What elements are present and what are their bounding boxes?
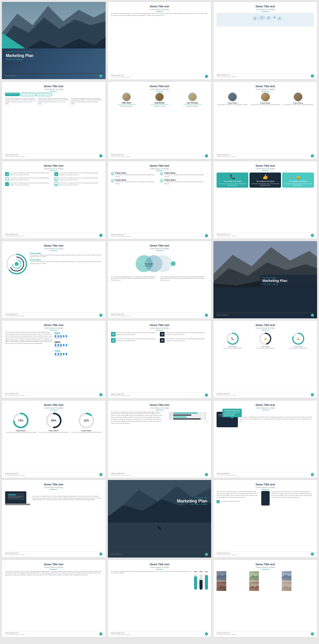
person-icon: 👤 <box>54 344 57 346</box>
footer-url: WWW.SITEMAX.PRO Free PowerPoint & Keynot… <box>111 234 131 237</box>
stat-value-2: 18% <box>54 340 61 344</box>
footer-url: WWW.SITEMAX.PRO Free PowerPoint & Keynot… <box>5 154 25 157</box>
numbered-list: 76 Lorem ipsum is simply dummy text of t… <box>111 332 208 343</box>
bar-fill-3 <box>173 416 187 418</box>
slide-number: 23 <box>205 632 208 635</box>
slide-subtitle: Lorem Ipsum is simply <box>111 88 208 92</box>
slide-10: Demo Title text Lorem Ipsum is simply ✎ … <box>2 241 106 319</box>
axis-200: 200 <box>206 421 208 423</box>
tagline-text: Free PowerPoint & Keynote Templates <box>111 236 131 237</box>
stats-col: 50% 👤 👤 👤 👤 👤 Project Name 18% <box>54 331 102 357</box>
slide-subtitle: Lorem Ipsum is simply <box>217 486 314 490</box>
svg-rect-57 <box>8 494 16 496</box>
photo-svg-3 <box>282 571 291 581</box>
slide-title: Demo Title text <box>5 164 102 167</box>
tagline-text: Free PowerPoint & Keynote Templates <box>111 156 131 157</box>
feature-text: Lorem ipsum simply dummy text <box>220 501 240 502</box>
slide-footer: WWW.SITEMAX.PRO Free PowerPoint & Keynot… <box>111 153 208 157</box>
icon-item-1: ⚙ Lorem ipsum is simply dummy text of th… <box>5 172 53 176</box>
slide-number: 9 <box>311 234 314 237</box>
tab-2[interactable]: The subtitle of the block <box>21 93 36 96</box>
slide-title: Demo Title text <box>217 563 314 566</box>
bar-fill-1 <box>173 413 198 414</box>
h-bar-4: Label 90 <box>165 418 208 420</box>
slide-subtitle: Lorem Ipsum is simply <box>111 327 208 330</box>
slide-9: Demo Title text Lorem Ipsum is simply 📞 … <box>213 161 317 239</box>
radial-content: ✎ Project Name Lorem ipsum is simply dum… <box>5 252 102 276</box>
h-bar-3: Label 45 <box>165 416 208 418</box>
tagline-text: Free PowerPoint & Keynote Templates <box>5 475 25 476</box>
stats-content: Lorem ipsum is simply dummy text of the … <box>5 331 102 357</box>
card-icon-3: 🔒 <box>284 174 312 180</box>
icon-item-3: ♦ Lorem ipsum is simply dummy text of th… <box>5 177 53 181</box>
laptop-mock-container <box>5 491 30 505</box>
venn-text-cols: Lorem ipsum is simply dummy text of the … <box>111 276 208 282</box>
cover-tag: PowerPoint Template <box>6 51 102 53</box>
large-donut-svg-3: 12% <box>78 412 95 429</box>
axis-labels: 0 50 100 150 200 <box>165 421 208 423</box>
person-icon: 👤 <box>62 335 65 337</box>
project-card-3: ● Project Name Lorem ipsum is simply dum… <box>111 179 159 185</box>
project-card-1: ● Project Name Lorem ipsum is simply dum… <box>111 172 159 178</box>
num-badge-3: 13 <box>111 338 116 343</box>
card-text-3: Lorem ipsum is simply dummy text of the … <box>284 183 312 186</box>
slide-number: 20 <box>205 553 208 556</box>
avatar-img-2 <box>156 93 163 101</box>
tab-1[interactable]: The subtitle of the block <box>5 93 20 96</box>
svg-text:🔒: 🔒 <box>297 337 300 340</box>
photo-svg-6 <box>282 581 291 591</box>
num-badge-2: 40 <box>160 332 165 337</box>
tab-row: The subtitle of the block The subtitle o… <box>5 93 102 96</box>
team-member-2: Andy Brown Lorem ipsum is simply dummy t… <box>144 93 175 107</box>
footer-url: WWW.SITEMAX.PRO Free PowerPoint & Keynot… <box>5 632 25 635</box>
project-text-2: Lorem ipsum is simply dummy text of the … <box>164 174 208 178</box>
icon-box-6: ◉ <box>54 182 58 186</box>
card-icon-2: 👍 <box>251 174 280 180</box>
slide-14: Demo Title text Lorem Ipsum is simply 76… <box>107 320 212 399</box>
team-row: Mary Stark Lorem ipsum is simply dummy t… <box>111 93 208 107</box>
svg-text:12%: 12% <box>84 419 90 422</box>
svg-text:Lorem ipsum: Lorem ipsum <box>163 260 171 262</box>
footer-url: WWW.SITEMAX.PRO Free PowerPoint & Keynot… <box>5 314 25 317</box>
slide-number: 18 <box>311 473 314 476</box>
slide-12: PowerPoint Template Marketing Plan Lorem… <box>213 241 317 319</box>
card-2: 👍 The subtitle of the block Lorem ipsum … <box>250 173 281 188</box>
tagline-text: Free PowerPoint & Keynote Templates <box>217 156 236 157</box>
team-member-3: Lory Freeman Lorem ipsum is simply dummy… <box>177 93 208 107</box>
icon-box-5: ✓ <box>5 182 9 186</box>
body-text: Lorem ipsum is simply dummy text of the … <box>239 416 314 422</box>
slide-6: Demo Title text Lorem Ipsum is simply Pr… <box>213 81 317 159</box>
icon-item-2: ★ Lorem ipsum is simply dummy text of th… <box>54 172 102 176</box>
tab-3[interactable]: The subtitle of the block <box>36 93 52 96</box>
icon-box-2: ★ <box>54 172 58 176</box>
tagline-text: Free PowerPoint & Keynote Templates <box>217 634 236 635</box>
avatar-img-4 <box>229 93 236 101</box>
avatar-1 <box>122 93 131 101</box>
footer-url: WWW.SITEMAX.PRO Free PowerPoint & Keynot… <box>217 473 236 476</box>
slide-13: Demo Title text Lorem Ipsum is simply Lo… <box>2 320 106 398</box>
svg-text:✎: ✎ <box>16 263 17 265</box>
footer-url: WWW.SITEMAX.PRO Free PowerPoint & Keynot… <box>111 473 131 476</box>
slide-5: Demo Title text Lorem Ipsum is simply Ma… <box>107 81 212 160</box>
slide-number: 12 <box>311 314 314 317</box>
footer-url: WWW.SITEMAX.PRO Free PowerPoint & Keynot… <box>217 154 236 157</box>
tagline-text: Free PowerPoint & Keynote Templates <box>217 235 236 237</box>
body-text: Lorem ipsum is simply dummy text of the … <box>111 571 193 575</box>
slide-number: 11 <box>205 314 208 317</box>
slide-footer: WWW.SITEMAX.PRO Free PowerPoint & Keynot… <box>217 153 314 157</box>
slide-19: Demo Title text Lorem Ipsum is simply Lo… <box>2 480 106 558</box>
slide-4: Demo Title text Lorem Ipsum is simply Th… <box>2 81 106 159</box>
svg-text:of the block: of the block <box>145 265 153 267</box>
laptop-screen-svg <box>6 492 26 503</box>
tagline-text: Free PowerPoint & Keynote Templates <box>5 315 25 317</box>
person-icon: 👤 <box>57 344 59 346</box>
num-badge-1: 76 <box>111 332 116 337</box>
slide-subtitle: Lorem Ipsum is simply <box>217 566 314 570</box>
svg-text:50%: 50% <box>51 419 57 422</box>
footer-url: WWW.SITEMAX.PRO Free PowerPoint & Keynot… <box>5 473 25 476</box>
svg-text:📞: 📞 <box>231 337 234 340</box>
project-text-2: Lorem ipsum is simply dummy text of the … <box>30 261 102 265</box>
slide-title: Demo Title text <box>111 164 208 167</box>
large-donut-row: 73% Project Name Lorem ipsum is simply d… <box>5 412 102 433</box>
slide-footer: WWW.SITEMAX.PRO 20 <box>111 552 208 556</box>
